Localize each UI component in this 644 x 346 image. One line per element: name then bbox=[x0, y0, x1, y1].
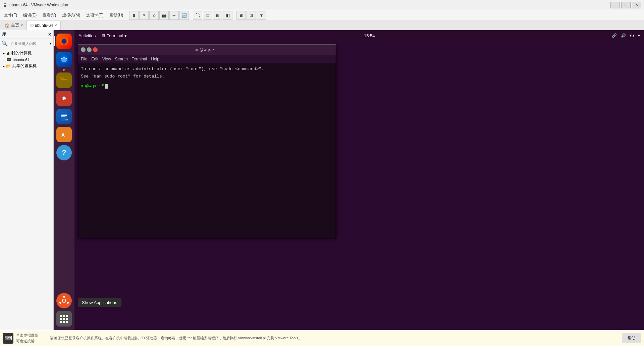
pause-button[interactable]: ⏸ bbox=[129, 11, 139, 20]
power-icon[interactable]: ⏻ bbox=[630, 33, 634, 38]
svg-rect-5 bbox=[60, 77, 64, 79]
minimize-button[interactable]: － bbox=[610, 2, 620, 8]
sidebar-item-shared-vms[interactable]: ▸ 📂 共享的虚拟机 bbox=[1, 62, 52, 69]
terminal-close-button[interactable] bbox=[93, 47, 98, 52]
vm-display[interactable]: W A ? bbox=[54, 30, 644, 330]
system-menu-arrow[interactable]: ▾ bbox=[638, 33, 640, 38]
usb-button[interactable]: ⊡ bbox=[247, 11, 256, 20]
svg-text:A: A bbox=[61, 132, 65, 138]
terminal-menubar: File Edit View Search Terminal Help bbox=[78, 55, 336, 63]
tab-home-close[interactable]: ✕ bbox=[20, 23, 23, 27]
menu-view[interactable]: 查看(V) bbox=[40, 11, 59, 19]
search-input[interactable] bbox=[9, 41, 47, 46]
sidebar-item-my-computer[interactable]: ▸ 🖥 我的计算机 bbox=[1, 50, 52, 57]
snapshot-manager[interactable]: 🔄 bbox=[179, 11, 189, 20]
tab-home[interactable]: 🏠 主页 ✕ bbox=[1, 21, 27, 30]
launcher-icon-thunderbird[interactable] bbox=[56, 52, 72, 67]
firefox-icon bbox=[56, 34, 72, 49]
launcher-icon-files[interactable] bbox=[56, 72, 72, 88]
menu-help[interactable]: 帮助(H) bbox=[107, 11, 126, 19]
titlebar-left: 🖥 ubuntu-64 - VMware Workstation bbox=[3, 2, 68, 8]
terminal-menu-edit[interactable]: Edit bbox=[91, 57, 98, 61]
terminal-minimize-button[interactable] bbox=[81, 47, 86, 52]
tab-ubuntu-close[interactable]: ✕ bbox=[54, 23, 57, 27]
computer-icon: 🖥 bbox=[6, 51, 10, 56]
titlebar: 🖥 ubuntu-64 - VMware Workstation － □ ✕ bbox=[0, 0, 644, 10]
menu-file[interactable]: 文件(F) bbox=[1, 11, 20, 19]
help-button[interactable]: 帮助 bbox=[622, 333, 641, 343]
snapshot-button[interactable]: 📷 bbox=[159, 11, 169, 20]
activities-button[interactable]: Activities bbox=[78, 33, 96, 38]
display-button[interactable]: 🖥 bbox=[236, 11, 246, 20]
tab-home-label: 主页 bbox=[11, 22, 19, 28]
terminal-menu-help[interactable]: Help bbox=[151, 57, 159, 61]
appstore-icon: A bbox=[56, 127, 72, 142]
shrink-button[interactable]: ◧ bbox=[223, 11, 232, 20]
menu-vm[interactable]: 虚拟机(M) bbox=[59, 11, 83, 19]
svg-rect-12 bbox=[61, 115, 67, 116]
terminal-maximize-button[interactable] bbox=[87, 47, 92, 52]
launcher-icon-rhythmbox[interactable] bbox=[56, 91, 72, 106]
terminal-body[interactable]: To run a command as administrator (user … bbox=[78, 63, 336, 238]
launcher-icon-firefox[interactable] bbox=[56, 34, 72, 49]
network-icon[interactable]: 🔗 bbox=[612, 33, 617, 38]
vm-icon: 📟 bbox=[7, 57, 11, 62]
svg-rect-13 bbox=[61, 116, 65, 117]
tab-ubuntu[interactable]: ⬡ ubuntu-64 ✕ bbox=[27, 21, 61, 30]
launcher-notification-dot bbox=[63, 69, 65, 71]
main-area: 库 ✕ 🔍 ▼ ▸ 🖥 我的计算机 📟 ubuntu-64 ▸ 📂 共享的虚拟机 bbox=[0, 30, 644, 330]
launcher-icon-writer[interactable]: W bbox=[56, 109, 72, 124]
status-bar: ⌨ 单击虚拟屏幕 可发送按键 | 请确保您已登录客户机操作系统。在客户机中装载虚… bbox=[0, 330, 644, 346]
terminal-menu-view[interactable]: View bbox=[102, 57, 111, 61]
svg-point-3 bbox=[61, 58, 67, 62]
volume-icon[interactable]: 🔊 bbox=[621, 33, 626, 38]
prefs-button[interactable]: ▼ bbox=[257, 11, 266, 20]
ubuntu-icon bbox=[56, 293, 72, 308]
svg-rect-11 bbox=[61, 114, 67, 114]
status-text-block: 单击虚拟屏幕 可发送按键 bbox=[16, 333, 38, 344]
close-button[interactable]: ✕ bbox=[632, 2, 641, 8]
sidebar-close-icon[interactable]: ✕ bbox=[48, 32, 51, 37]
titlebar-buttons: － □ ✕ bbox=[610, 2, 641, 8]
launcher-icon-appstore[interactable]: A bbox=[56, 127, 72, 142]
terminal-menu-terminal[interactable]: Terminal bbox=[132, 57, 147, 61]
dot-8 bbox=[63, 321, 65, 323]
files-icon bbox=[56, 72, 72, 88]
fullscreen-button[interactable]: ⛶ bbox=[193, 11, 202, 20]
unity-button[interactable]: □ bbox=[203, 11, 212, 20]
toolbar: ⏸ ▼ ⎋ 📷 ↩ 🔄 ⛶ □ ⊞ ◧ 🖥 ⊡ ▼ bbox=[129, 11, 266, 20]
terminal-menu[interactable]: 🖥 Terminal ▾ bbox=[101, 33, 127, 38]
vmware-icon: 🖥 bbox=[3, 2, 7, 8]
terminal-menu-arrow: ▾ bbox=[124, 33, 127, 38]
terminal-window[interactable]: xu@wqx: ~ File Edit View Search Terminal… bbox=[78, 44, 336, 238]
revert-button[interactable]: ↩ bbox=[169, 11, 179, 20]
launcher-icon-show-apps[interactable] bbox=[56, 311, 72, 327]
sidebar: 库 ✕ 🔍 ▼ ▸ 🖥 我的计算机 📟 ubuntu-64 ▸ 📂 共享的虚拟机 bbox=[0, 30, 54, 330]
status-separator: | bbox=[44, 336, 45, 341]
menu-tab[interactable]: 选项卡(T) bbox=[84, 11, 106, 19]
ubuntu-topbar: Activities 🖥 Terminal ▾ 15:54 🔗 🔊 ⏻ bbox=[74, 30, 644, 41]
sidebar-tree: ▸ 🖥 我的计算机 📟 ubuntu-64 ▸ 📂 共享的虚拟机 bbox=[0, 48, 53, 330]
launcher-icon-help[interactable]: ? bbox=[56, 145, 72, 160]
sidebar-header: 库 ✕ bbox=[0, 30, 53, 39]
terminal-menu-search[interactable]: Search bbox=[115, 57, 128, 61]
menu-edit[interactable]: 编辑(E) bbox=[20, 11, 39, 19]
menubar: 文件(F) 编辑(E) 查看(V) 虚拟机(M) 选项卡(T) 帮助(H) ⏸ … bbox=[0, 10, 644, 21]
terminal-menu-file[interactable]: File bbox=[81, 57, 87, 61]
svg-point-20 bbox=[67, 302, 69, 304]
terminal-label: Terminal bbox=[107, 33, 123, 38]
power-button[interactable]: ▼ bbox=[139, 11, 149, 20]
prompt-user-text: xu@wqx:~$ bbox=[81, 84, 104, 89]
ubuntu-desktop: W A ? bbox=[54, 30, 644, 330]
home-icon: 🏠 bbox=[5, 23, 10, 28]
view-options[interactable]: ⊞ bbox=[213, 11, 222, 20]
topbar-right: 🔗 🔊 ⏻ ▾ bbox=[612, 33, 640, 38]
terminal-info-line2: See "man sudo_root" for details. bbox=[81, 73, 333, 80]
launcher-icon-ubuntu[interactable] bbox=[56, 293, 72, 308]
send-ctrl-alt-del[interactable]: ⎋ bbox=[149, 11, 159, 20]
maximize-button[interactable]: □ bbox=[621, 2, 631, 8]
dot-3 bbox=[66, 315, 68, 317]
search-dropdown-icon[interactable]: ▼ bbox=[49, 42, 52, 45]
sidebar-item-ubuntu64[interactable]: 📟 ubuntu-64 bbox=[1, 57, 52, 62]
svg-rect-6 bbox=[61, 79, 67, 80]
